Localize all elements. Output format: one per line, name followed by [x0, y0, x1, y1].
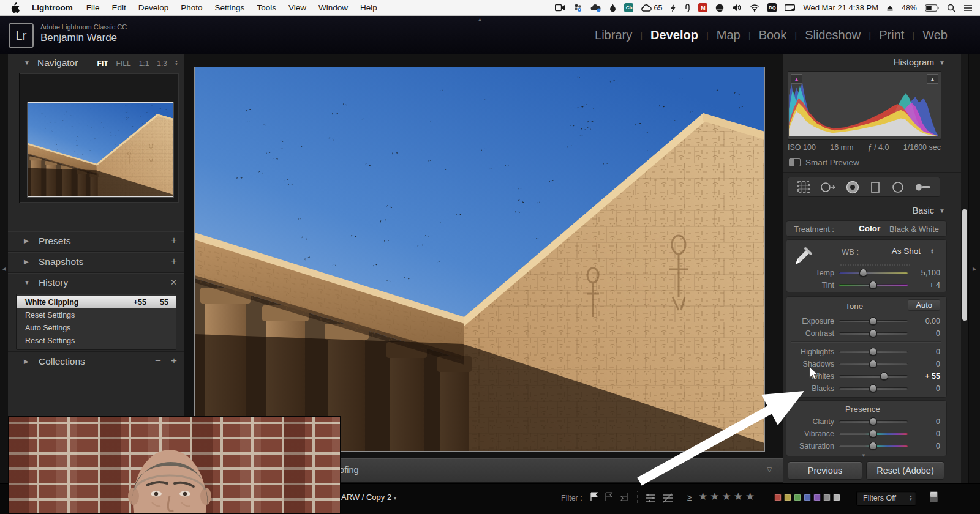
volume-icon[interactable] — [732, 4, 742, 12]
presets-section[interactable]: ▶ Presets + — [8, 231, 184, 252]
filters-dropdown[interactable]: Filters Off ▲▼ — [856, 491, 916, 506]
collections-section[interactable]: ▶ Collections − + — [8, 351, 184, 373]
red-eye-icon[interactable] — [845, 179, 861, 195]
dq-app-badge[interactable]: DQ — [767, 3, 777, 12]
history-expand-icon[interactable]: ▼ — [24, 279, 30, 286]
menu-view[interactable]: View — [282, 3, 312, 12]
wb-preset-select[interactable]: As Shot — [892, 247, 921, 256]
vibrance-slider-track[interactable] — [839, 433, 908, 435]
color-label-chip[interactable] — [774, 494, 782, 501]
color-label-chip[interactable] — [794, 494, 801, 501]
history-step[interactable]: White Clipping+5555 — [17, 296, 176, 308]
presets-add-button[interactable]: + — [171, 234, 177, 247]
saturation-slider-thumb[interactable] — [869, 442, 877, 450]
highlights-slider-track[interactable] — [839, 351, 908, 353]
highlight-clipping-indicator[interactable]: ▲ — [927, 74, 938, 84]
bowler-hat-icon[interactable] — [715, 4, 724, 12]
eject-icon[interactable] — [886, 4, 894, 12]
presets-expand-icon[interactable]: ▶ — [24, 237, 29, 244]
history-step[interactable]: Reset Settings — [17, 334, 176, 347]
highlights-slider-thumb[interactable] — [869, 348, 877, 356]
collections-add-button[interactable]: + — [171, 355, 177, 367]
collections-remove-button[interactable]: − — [155, 355, 161, 367]
flag-pick-icon[interactable] — [589, 491, 600, 502]
menu-edit[interactable]: Edit — [106, 3, 132, 12]
menu-file[interactable]: File — [80, 3, 106, 12]
navigator-expand-icon[interactable]: ▼ — [24, 59, 30, 66]
nav-mode-1:1[interactable]: 1:1 — [139, 59, 149, 68]
adjustment-brush-icon[interactable] — [914, 180, 932, 195]
module-book[interactable]: Book — [751, 28, 795, 42]
screen-record-icon[interactable] — [555, 4, 565, 12]
color-label-chip[interactable] — [813, 494, 821, 501]
temp-slider-track[interactable] — [839, 272, 908, 274]
m-app-badge[interactable]: M — [698, 3, 707, 12]
history-step[interactable]: Reset Settings — [17, 308, 176, 321]
module-web[interactable]: Web — [914, 28, 956, 42]
spotlight-search-icon[interactable] — [947, 4, 956, 12]
right-panel-scrollbar[interactable] — [961, 54, 968, 483]
whites-slider-track[interactable] — [839, 375, 908, 378]
creative-suite-icon[interactable] — [573, 3, 582, 12]
contrast-slider-track[interactable] — [839, 332, 908, 335]
edit-filter-off-icon[interactable] — [662, 493, 674, 504]
history-section[interactable]: ▼ History ✕ — [8, 272, 184, 294]
wifi-icon[interactable] — [750, 4, 760, 12]
collections-expand-icon[interactable]: ▶ — [24, 358, 29, 365]
basic-panel-header[interactable]: Basic ▼ — [913, 206, 945, 215]
rating-stars[interactable]: ★★★★★ — [698, 490, 757, 503]
color-label-chip[interactable] — [823, 494, 831, 501]
treatment-bw-option[interactable]: Black & White — [889, 225, 939, 234]
paperclip-icon[interactable] — [684, 4, 690, 12]
nav-mode-fit[interactable]: FIT — [97, 59, 108, 68]
previous-button[interactable]: Previous — [788, 461, 862, 480]
module-slideshow[interactable]: Slideshow — [797, 28, 869, 42]
basic-collapse-icon[interactable]: ▼ — [939, 207, 945, 214]
notification-list-icon[interactable] — [963, 4, 973, 12]
histogram-collapse-icon[interactable]: ▼ — [939, 59, 945, 66]
cloud-app-icon[interactable] — [590, 4, 601, 12]
menu-tools[interactable]: Tools — [251, 3, 282, 12]
scrollbar-thumb[interactable] — [962, 209, 967, 321]
menu-settings[interactable]: Settings — [209, 3, 251, 12]
display-mirroring-icon[interactable] — [785, 4, 795, 12]
lightning-icon[interactable] — [670, 4, 676, 12]
edit-applied-filter-icon[interactable] — [644, 493, 657, 504]
clarity-slider-track[interactable] — [839, 420, 908, 423]
module-print[interactable]: Print — [871, 28, 912, 42]
exposure-slider-thumb[interactable] — [869, 317, 877, 325]
top-panel-toggle-icon[interactable]: ▲ — [477, 17, 483, 23]
menu-window[interactable]: Window — [312, 3, 354, 12]
color-label-chip[interactable] — [784, 494, 791, 501]
menu-help[interactable]: Help — [354, 3, 383, 12]
source-copy-selector[interactable]: ARW / Copy 2 ▾ — [341, 493, 396, 502]
module-develop[interactable]: Develop — [643, 28, 706, 42]
toolbar-options-icon[interactable]: ▽ — [767, 466, 772, 473]
shadow-clipping-indicator[interactable]: ▲ — [791, 74, 802, 84]
tint-slider-track[interactable] — [839, 284, 908, 286]
blacks-slider-thumb[interactable] — [869, 384, 877, 392]
spot-removal-icon[interactable] — [820, 180, 837, 195]
smart-preview-status[interactable]: Smart Preview — [789, 158, 859, 167]
vibrance-slider-thumb[interactable] — [869, 430, 877, 438]
snapshots-expand-icon[interactable]: ▶ — [24, 258, 29, 265]
nav-mode-1:3[interactable]: 1:3 — [157, 59, 167, 68]
auto-tone-button[interactable]: Auto — [908, 299, 940, 311]
module-library[interactable]: Library — [587, 28, 640, 42]
cloud-count[interactable]: 65 — [641, 4, 662, 12]
menu-photo[interactable]: Photo — [175, 3, 208, 12]
tint-slider-thumb[interactable] — [869, 281, 877, 289]
whites-slider-thumb[interactable] — [880, 372, 888, 380]
color-label-chip[interactable] — [833, 494, 840, 501]
clarity-slider-thumb[interactable] — [869, 417, 877, 425]
snapshots-section[interactable]: ▶ Snapshots + — [8, 251, 184, 273]
crop-overlay-icon[interactable] — [796, 180, 812, 195]
flag-reject-icon[interactable] — [619, 491, 629, 502]
rating-operator[interactable]: ≥ — [687, 493, 692, 502]
flag-unflagged-icon[interactable] — [604, 491, 614, 502]
wb-eyedropper-icon[interactable] — [793, 245, 815, 267]
saturation-slider-track[interactable] — [839, 445, 908, 447]
module-map[interactable]: Map — [709, 28, 748, 42]
droplet-icon[interactable] — [609, 4, 616, 12]
navigator-preview-image[interactable] — [28, 102, 173, 197]
